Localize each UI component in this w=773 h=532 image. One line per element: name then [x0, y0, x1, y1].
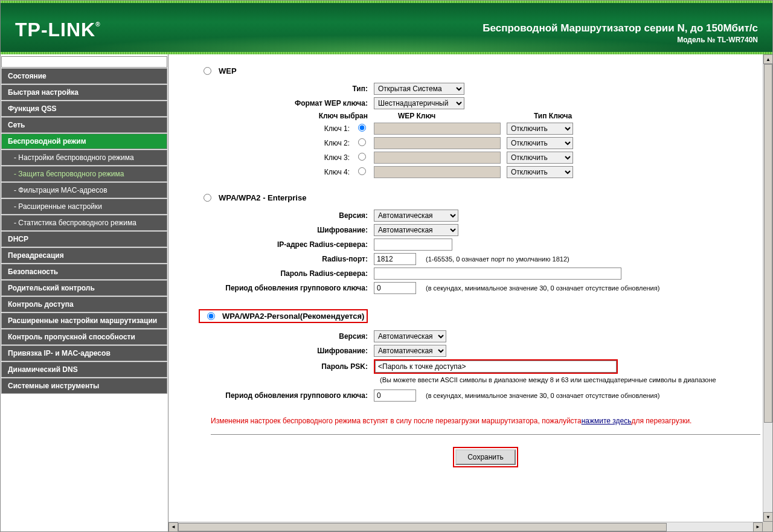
sidebar-item-4[interactable]: Беспроводной режим — [1, 133, 167, 149]
wep-key-input-3[interactable] — [374, 166, 501, 178]
sidebar-item-18[interactable]: Динамический DNS — [1, 362, 167, 377]
personal-highlight: WPA/WPA2-Personal(Рекомендуется) — [199, 309, 368, 323]
sidebar-item-3[interactable]: Сеть — [1, 117, 167, 133]
sidebar-item-6[interactable]: - Защита беспроводного режима — [1, 166, 167, 182]
psk-rekey-hint: (в секундах, минимальное значение 30, 0 … — [426, 392, 659, 399]
ent-version-select[interactable]: Автоматическая — [374, 210, 458, 222]
sidebar-item-14[interactable]: Контроль доступа — [1, 296, 167, 312]
wep-keytype-header: Тип Ключа — [534, 112, 572, 120]
wep-section: WEP Тип: Открытая Система Формат WEP клю… — [199, 66, 772, 178]
ent-rekey-input[interactable] — [374, 282, 416, 294]
wep-radio[interactable] — [204, 67, 211, 75]
wep-key-label-3: Ключ 4: — [199, 168, 350, 176]
enterprise-radio[interactable] — [204, 194, 211, 202]
sidebar-item-2[interactable]: Функция QSS — [1, 101, 167, 117]
ent-radiusport-input[interactable] — [374, 253, 416, 265]
scrollbar-vertical[interactable]: ▲ ▼ — [763, 54, 772, 522]
sidebar-item-16[interactable]: Контроль пропускной способности — [1, 329, 167, 345]
sidebar-item-13[interactable]: Родительский контроль — [1, 280, 167, 296]
wep-key-label-2: Ключ 3: — [199, 153, 350, 162]
wep-key-input-0[interactable] — [374, 123, 501, 135]
ent-cipher-label: Шифрование: — [199, 226, 374, 234]
scroll-right-icon[interactable]: ► — [753, 522, 763, 532]
reboot-link[interactable]: нажмите здесь — [582, 417, 632, 425]
header-title: Беспроводной Маршрутизатор серии N, до 1… — [483, 22, 758, 34]
wep-key-type-select-2[interactable]: Отключить — [507, 152, 573, 164]
wep-key-type-select-1[interactable]: Отключить — [507, 137, 573, 149]
sidebar-item-15[interactable]: Расширенные настройки маршрутизации — [1, 313, 167, 328]
sidebar-item-5[interactable]: - Настройки беспроводного режима — [1, 150, 167, 165]
wep-key-header: WEP Ключ — [398, 112, 534, 120]
wep-key-radio-0[interactable] — [358, 124, 366, 132]
scroll-left-icon[interactable]: ◄ — [168, 522, 178, 532]
sidebar-item-10[interactable]: DHCP — [1, 231, 167, 247]
wep-keyformat-select[interactable]: Шестнадцатеричный — [374, 97, 464, 109]
scroll-corner — [763, 522, 772, 531]
psk-version-label: Версия: — [199, 332, 374, 341]
save-highlight: Сохранить — [453, 447, 518, 467]
wep-key-label-0: Ключ 1: — [199, 124, 350, 133]
header-subtitle: Модель № TL-WR740N — [677, 36, 758, 44]
ent-radiusport-hint: (1-65535, 0 означает порт по умолчанию 1… — [426, 255, 569, 263]
ent-radiuspass-label: Пароль Radius-сервера: — [199, 269, 374, 278]
save-button[interactable]: Сохранить — [455, 449, 516, 465]
wep-key-row-3: Ключ 4:Отключить — [199, 166, 772, 178]
scroll-thumb-h[interactable] — [178, 523, 667, 531]
wep-key-input-2[interactable] — [374, 152, 501, 164]
wep-type-label: Тип: — [199, 85, 374, 93]
warning-text: Изменения настроек беспроводного режима … — [211, 417, 772, 425]
ent-radiusport-label: Radius-порт: — [199, 255, 374, 263]
scroll-down-icon[interactable]: ▼ — [763, 512, 772, 522]
wep-key-row-1: Ключ 2:Отключить — [199, 137, 772, 149]
sidebar-item-0[interactable]: Состояние — [1, 68, 167, 84]
psk-rekey-label: Период обновления группового ключа: — [199, 391, 374, 400]
scroll-up-icon[interactable]: ▲ — [763, 54, 772, 64]
psk-rekey-input[interactable] — [374, 389, 416, 402]
header-stripe — [1, 1, 772, 3]
psk-version-select[interactable]: Автоматическая — [374, 330, 446, 342]
sidebar-item-1[interactable]: Быстрая настройка — [1, 85, 167, 100]
sidebar-item-7[interactable]: - Фильтрация MAC-адресов — [1, 182, 167, 198]
ent-radiusip-label: IP-адрес Radius-сервера: — [199, 240, 374, 249]
wep-key-radio-1[interactable] — [358, 138, 366, 146]
ent-rekey-label: Период обновления группового ключа: — [199, 284, 374, 292]
sidebar-item-8[interactable]: - Расширенные настройки — [1, 199, 167, 214]
enterprise-section: WPA/WPA2 - Enterprise Версия: Автоматиче… — [199, 193, 772, 294]
sidebar-item-17[interactable]: Привязка IP- и MAC-адресов — [1, 345, 167, 361]
psk-cipher-label: Шифрование: — [199, 347, 374, 355]
ent-version-label: Версия: — [199, 211, 374, 220]
wep-key-radio-3[interactable] — [358, 167, 366, 175]
wep-type-select[interactable]: Открытая Система — [374, 83, 464, 95]
sidebar-spacer — [1, 56, 167, 68]
wep-keyselected-label: Ключ выбран — [199, 112, 374, 120]
sidebar-item-19[interactable]: Системные инструменты — [1, 378, 167, 394]
wep-key-type-select-3[interactable]: Отключить — [507, 166, 573, 178]
wep-key-input-1[interactable] — [374, 137, 501, 149]
psk-highlight — [374, 359, 618, 374]
psk-label: Пароль PSK: — [199, 362, 374, 371]
ent-rekey-hint: (в секундах, минимальное значение 30, 0 … — [426, 284, 659, 292]
wep-title: WEP — [219, 66, 237, 75]
personal-section: WPA/WPA2-Personal(Рекомендуется) Версия:… — [199, 309, 772, 402]
divider — [211, 434, 760, 435]
sidebar: СостояниеБыстрая настройкаФункция QSSСет… — [1, 54, 168, 531]
sidebar-item-11[interactable]: Переадресация — [1, 248, 167, 263]
personal-radio[interactable] — [207, 312, 215, 320]
wep-key-label-1: Ключ 2: — [199, 139, 350, 147]
sidebar-item-12[interactable]: Безопасность — [1, 264, 167, 280]
personal-title: WPA/WPA2-Personal(Рекомендуется) — [222, 312, 364, 321]
enterprise-title: WPA/WPA2 - Enterprise — [219, 193, 306, 202]
ent-radiusip-input[interactable] — [374, 239, 452, 251]
logo: TP-LINK® — [15, 19, 101, 41]
sidebar-item-9[interactable]: - Статистика беспроводного режима — [1, 215, 167, 231]
ent-radiuspass-input[interactable] — [374, 268, 621, 280]
ent-cipher-select[interactable]: Автоматическая — [374, 224, 458, 236]
wep-key-type-select-0[interactable]: Отключить — [507, 123, 573, 135]
wep-key-radio-2[interactable] — [358, 153, 366, 161]
psk-input[interactable] — [375, 361, 617, 373]
scroll-thumb-v[interactable] — [764, 64, 772, 423]
main-panel: WEP Тип: Открытая Система Формат WEP клю… — [168, 54, 772, 531]
psk-cipher-select[interactable]: Автоматическая — [374, 345, 446, 357]
scrollbar-horizontal[interactable]: ◄ ► — [168, 522, 763, 531]
wep-key-row-0: Ключ 1:Отключить — [199, 123, 772, 135]
